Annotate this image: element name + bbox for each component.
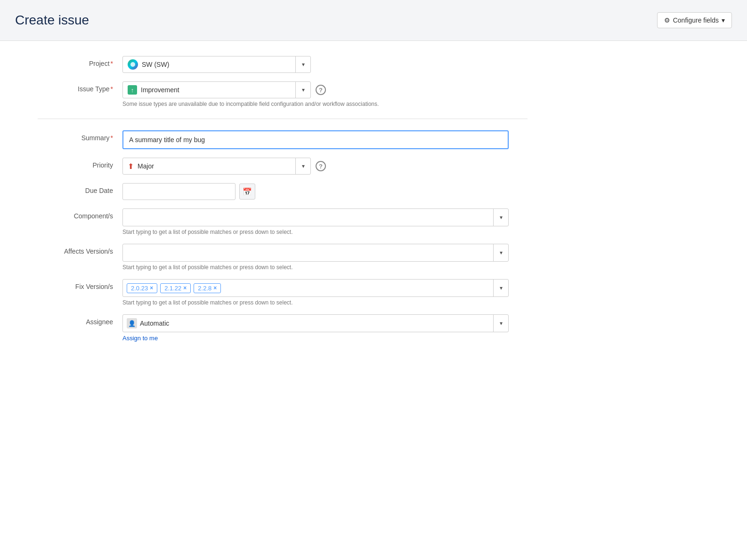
issue-type-dropdown-arrow[interactable]: ▾ <box>295 82 310 98</box>
fix-versions-select[interactable]: 2.0.23×2.1.22×2.2.8× ▾ <box>122 279 509 297</box>
create-issue-form: Project* SW (SW) ▾ Issue Type* <box>0 41 565 365</box>
dialog-header: Create issue ⚙ Configure fields ▾ <box>0 0 747 41</box>
tag-remove-icon[interactable]: × <box>183 285 187 291</box>
fix-version-tag: 2.2.8× <box>194 283 221 293</box>
issue-type-help-icon[interactable]: ? <box>316 85 326 95</box>
issue-type-select[interactable]: ↑ Improvement ▾ <box>122 81 311 98</box>
issue-type-label: Issue Type* <box>38 81 122 93</box>
components-hint: Start typing to get a list of possible m… <box>122 229 509 235</box>
summary-field <box>122 130 509 149</box>
dialog-title: Create issue <box>15 13 89 28</box>
configure-fields-chevron-icon: ▾ <box>722 16 725 24</box>
priority-field: ⬆ Major ▾ ? <box>122 158 509 175</box>
components-dropdown-arrow[interactable]: ▾ <box>493 209 508 226</box>
assignee-field: 👤 Automatic ▾ Assign to me <box>122 314 509 342</box>
affects-versions-label: Affects Version/s <box>38 244 122 255</box>
project-dropdown-arrow[interactable]: ▾ <box>295 56 310 72</box>
fix-version-tag: 2.0.23× <box>127 283 157 293</box>
due-date-label: Due Date <box>38 183 122 194</box>
affects-versions-row: Affects Version/s ▾ Start typing to get … <box>38 244 528 271</box>
gear-icon: ⚙ <box>664 16 670 24</box>
priority-row: Priority ⬆ Major ▾ ? <box>38 158 528 175</box>
summary-label: Summary* <box>38 130 122 142</box>
fix-versions-dropdown-arrow[interactable]: ▾ <box>493 280 508 296</box>
components-row: Component/s ▾ Start typing to get a list… <box>38 208 528 235</box>
assignee-avatar: 👤 <box>127 318 137 328</box>
fix-version-tag: 2.1.22× <box>160 283 191 293</box>
affects-versions-hint: Start typing to get a list of possible m… <box>122 264 509 271</box>
priority-dropdown-arrow[interactable]: ▾ <box>295 158 310 174</box>
tag-remove-icon[interactable]: × <box>150 285 153 291</box>
priority-icon: ⬆ <box>128 162 134 171</box>
improvement-icon: ↑ <box>128 85 137 95</box>
tag-remove-icon[interactable]: × <box>213 285 217 291</box>
summary-row: Summary* <box>38 130 528 149</box>
priority-label: Priority <box>38 158 122 169</box>
affects-versions-select[interactable]: ▾ <box>122 244 509 262</box>
assignee-dropdown-arrow[interactable]: ▾ <box>493 315 508 332</box>
project-select[interactable]: SW (SW) ▾ <box>122 56 311 73</box>
due-date-input[interactable] <box>122 183 235 200</box>
summary-input[interactable] <box>122 130 509 149</box>
components-field: ▾ Start typing to get a list of possible… <box>122 208 509 235</box>
priority-select[interactable]: ⬆ Major ▾ <box>122 158 311 175</box>
assignee-select[interactable]: 👤 Automatic ▾ <box>122 314 509 332</box>
issue-type-field: ↑ Improvement ▾ ? Some issue types are u… <box>122 81 509 107</box>
fix-versions-field: 2.0.23×2.1.22×2.2.8× ▾ Start typing to g… <box>122 279 509 306</box>
due-date-row: Due Date 📅 <box>38 183 528 200</box>
affects-versions-field: ▾ Start typing to get a list of possible… <box>122 244 509 271</box>
configure-fields-button[interactable]: ⚙ Configure fields ▾ <box>657 12 732 28</box>
issue-type-row: Issue Type* ↑ Improvement ▾ ? Some issue… <box>38 81 528 107</box>
components-label: Component/s <box>38 208 122 220</box>
assignee-value: Automatic <box>140 320 169 327</box>
assignee-label: Assignee <box>38 314 122 326</box>
section-divider <box>38 119 528 119</box>
priority-help-icon[interactable]: ? <box>316 161 326 171</box>
project-row: Project* SW (SW) ▾ <box>38 56 528 73</box>
fix-versions-row: Fix Version/s 2.0.23×2.1.22×2.2.8× ▾ Sta… <box>38 279 528 306</box>
project-field: SW (SW) ▾ <box>122 56 509 73</box>
fix-versions-hint: Start typing to get a list of possible m… <box>122 299 509 306</box>
fix-versions-tags: 2.0.23×2.1.22×2.2.8× <box>123 281 493 295</box>
affects-versions-dropdown-arrow[interactable]: ▾ <box>493 244 508 261</box>
due-date-field: 📅 <box>122 183 509 200</box>
assign-to-me-link[interactable]: Assign to me <box>122 335 158 342</box>
project-icon <box>128 59 138 70</box>
configure-fields-label: Configure fields <box>673 16 719 24</box>
calendar-button[interactable]: 📅 <box>239 184 255 200</box>
project-label: Project* <box>38 56 122 67</box>
assignee-row: Assignee 👤 Automatic ▾ Assign to me <box>38 314 528 342</box>
components-select[interactable]: ▾ <box>122 208 509 226</box>
issue-type-hint: Some issue types are unavailable due to … <box>122 101 509 107</box>
fix-versions-label: Fix Version/s <box>38 279 122 290</box>
